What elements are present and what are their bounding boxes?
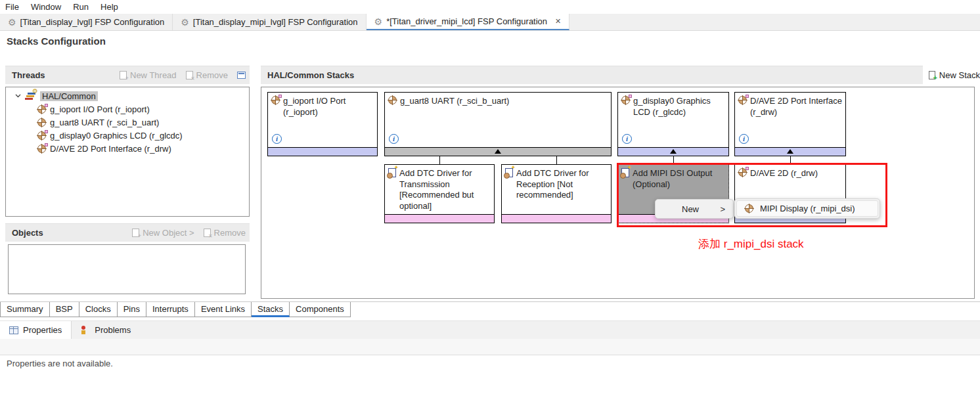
close-icon[interactable]: ✕ xyxy=(555,17,561,26)
stack-card-g-ioport[interactable]: g_ioport I/O Port (r_ioport) i xyxy=(267,92,378,156)
menu-item-mipi-display[interactable]: MIPI Display (r_mipi_dsi) xyxy=(736,200,878,217)
tab-bsp[interactable]: BSP xyxy=(50,302,79,317)
configuration-tab-bar: Summary BSP Clocks Pins Interrupts Event… xyxy=(0,301,980,317)
stack-connector xyxy=(790,156,791,164)
menu-window[interactable]: Window xyxy=(31,2,61,12)
context-menu-new[interactable]: New > xyxy=(655,199,734,219)
remove-label: Remove xyxy=(196,70,228,80)
stack-connector xyxy=(556,156,557,164)
stack-card-g-uart8[interactable]: g_uart8 UART (r_sci_b_uart) i xyxy=(384,92,612,156)
annotation-text: 添加 r_mipi_dsi stack xyxy=(698,236,804,252)
restore-panel-icon[interactable] xyxy=(237,72,246,79)
tree-item-label: g_uart8 UART (r_sci_b_uart) xyxy=(50,118,159,127)
module-icon xyxy=(37,144,46,153)
tree-item-g-uart8[interactable]: g_uart8 UART (r_sci_b_uart) xyxy=(6,116,249,129)
tab-titan-display-lvgl[interactable]: ⚙ [Titan_display_lvgl] FSP Configuration xyxy=(0,14,173,30)
remove-icon xyxy=(186,71,193,79)
tab-interrupts[interactable]: Interrupts xyxy=(146,302,195,317)
tab-label: [Titan_display_mipi_lvgl] FSP Configurat… xyxy=(193,17,358,27)
new-stack-label: New Stack xyxy=(939,70,980,80)
problems-icon xyxy=(81,326,90,334)
stack-card-label: D/AVE 2D (r_drw) xyxy=(750,168,818,179)
info-icon[interactable]: i xyxy=(272,134,282,144)
tab-titan-driver-mipi-lcd[interactable]: ⚙ *[Titan_driver_mipi_lcd] FSP Configura… xyxy=(367,14,570,30)
tab-pins[interactable]: Pins xyxy=(118,302,146,317)
tab-components[interactable]: Components xyxy=(290,302,351,317)
info-icon[interactable]: i xyxy=(389,134,399,144)
stack-card-dave2d-port[interactable]: D/AVE 2D Port Interface (r_drw) i xyxy=(734,92,846,156)
tab-label: [Titan_display_lvgl] FSP Configuration xyxy=(20,17,165,27)
add-stack-icon xyxy=(388,168,396,177)
stack-card-bar xyxy=(385,147,611,156)
module-icon xyxy=(37,118,46,127)
menu-file[interactable]: File xyxy=(5,2,19,12)
stack-card-label: g_ioport I/O Port (r_ioport) xyxy=(283,96,374,118)
collapse-triangle[interactable] xyxy=(495,149,501,154)
tab-event-links[interactable]: Event Links xyxy=(195,302,252,317)
objects-toolbar: New Object > Remove xyxy=(132,228,250,238)
tab-clocks[interactable]: Clocks xyxy=(79,302,118,317)
stack-connector xyxy=(673,156,674,164)
context-submenu: MIPI Display (r_mipi_dsi) xyxy=(734,198,880,219)
gear-icon: ⚙ xyxy=(374,17,383,26)
add-stack-icon xyxy=(621,168,629,177)
objects-title: Objects xyxy=(5,228,43,238)
tab-properties[interactable]: Properties xyxy=(0,321,72,339)
stack-card-label: D/AVE 2D Port Interface (r_drw) xyxy=(750,96,843,118)
tab-titan-display-mipi-lvgl[interactable]: ⚙ [Titan_display_mipi_lvgl] FSP Configur… xyxy=(173,14,366,30)
stack-card-bar xyxy=(618,147,728,156)
threads-panel-header: Threads New Thread Remove xyxy=(5,66,250,84)
tab-bar-filler xyxy=(351,302,980,317)
menu-item-label: MIPI Display (r_mipi_dsi) xyxy=(760,204,855,213)
chevron-down-icon[interactable] xyxy=(15,94,21,98)
new-thread-button[interactable]: New Thread xyxy=(120,70,177,80)
stacks-panel-header: HAL/Common Stacks xyxy=(261,66,923,84)
stack-card-add-dtc-rx[interactable]: Add DTC Driver for Reception [Not recomm… xyxy=(501,164,612,223)
threads-toolbar: New Thread Remove xyxy=(120,70,250,80)
properties-toolbar xyxy=(0,339,980,355)
tab-label: Problems xyxy=(95,325,131,335)
stack-card-g-display0[interactable]: g_display0 Graphics LCD (r_glcdc) i xyxy=(617,92,729,156)
threads-title: Threads xyxy=(5,70,45,80)
objects-panel-header: Objects New Object > Remove xyxy=(5,223,250,242)
info-icon[interactable]: i xyxy=(739,134,749,144)
threads-tree: HAL/Common g_ioport I/O Port (r_ioport) … xyxy=(5,87,250,217)
stack-card-label: Add DTC Driver for Transmission [Recomme… xyxy=(399,168,491,212)
remove-icon xyxy=(204,229,211,237)
tab-summary[interactable]: Summary xyxy=(0,302,50,317)
editor-tab-strip: ⚙ [Titan_display_lvgl] FSP Configuration… xyxy=(0,14,980,31)
module-icon xyxy=(271,96,280,104)
properties-table-icon xyxy=(9,326,18,334)
menu-help[interactable]: Help xyxy=(100,2,118,12)
tab-label: Properties xyxy=(23,325,62,335)
stack-card-add-dtc-tx[interactable]: Add DTC Driver for Transmission [Recomme… xyxy=(384,164,495,223)
page-title: Stacks Configuration xyxy=(7,35,106,47)
tree-item-g-display0[interactable]: g_display0 Graphics LCD (r_glcdc) xyxy=(6,129,249,142)
tab-problems[interactable]: Problems xyxy=(72,321,140,339)
gear-icon: ⚙ xyxy=(181,18,189,27)
add-stack-icon xyxy=(505,168,513,177)
tree-item-g-ioport[interactable]: g_ioport I/O Port (r_ioport) xyxy=(6,102,249,116)
stack-card-bar xyxy=(735,147,845,156)
new-object-button[interactable]: New Object > xyxy=(132,228,194,238)
new-stack-button[interactable]: New Stack xyxy=(924,66,980,84)
module-icon xyxy=(738,168,747,177)
collapse-triangle[interactable] xyxy=(787,149,793,154)
tab-stacks[interactable]: Stacks xyxy=(252,302,290,317)
remove-thread-button[interactable]: Remove xyxy=(186,70,228,80)
tree-item-label: g_ioport I/O Port (r_ioport) xyxy=(50,104,150,114)
stack-card-bar xyxy=(268,147,377,156)
stack-connector xyxy=(439,156,440,164)
lower-view-tab-bar: Properties Problems xyxy=(0,320,980,339)
info-icon[interactable]: i xyxy=(622,134,632,144)
module-icon xyxy=(37,131,46,140)
tree-item-dave2d-port[interactable]: D/AVE 2D Port Interface (r_drw) xyxy=(6,142,249,155)
gear-icon: ⚙ xyxy=(8,18,16,27)
tree-item-hal-common[interactable]: HAL/Common xyxy=(6,89,249,102)
stack-card-bar xyxy=(385,214,494,223)
submenu-arrow-icon: > xyxy=(720,204,725,214)
menu-run[interactable]: Run xyxy=(73,2,89,12)
new-object-icon xyxy=(132,229,139,237)
remove-object-button[interactable]: Remove xyxy=(204,228,246,238)
collapse-triangle[interactable] xyxy=(670,149,677,154)
